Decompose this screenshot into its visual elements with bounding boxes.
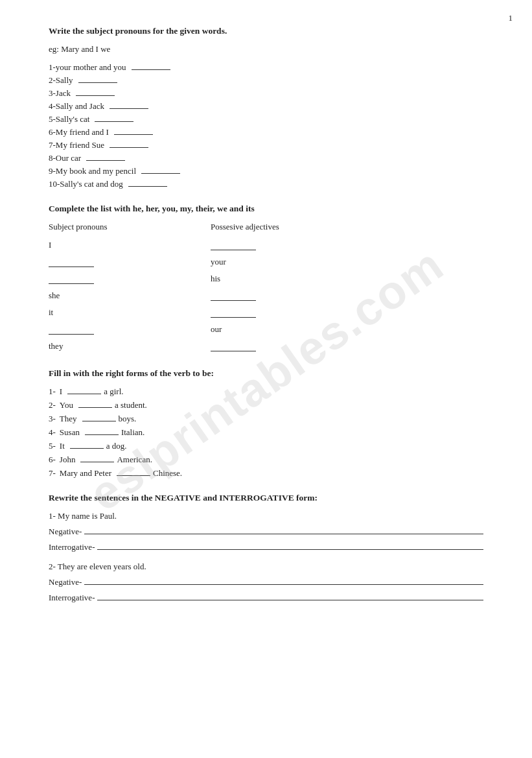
list-item: 4-Sally and Jack — [49, 101, 483, 112]
possessive-row: your — [211, 253, 340, 267]
section-1-example: eg: Mary and I we — [49, 44, 483, 54]
subject-blank[interactable] — [49, 272, 94, 284]
subject-text: she — [49, 290, 60, 301]
section-4-title: Rewrite the sentences in the NEGATIVE an… — [49, 493, 483, 503]
verb-items: 1-Ia girl.2-Youa student.3-Theyboys.4-Su… — [49, 386, 483, 479]
pronouns-table: Subject pronouns Isheitthey Possesive ad… — [49, 222, 483, 354]
answer-blank[interactable] — [110, 108, 148, 109]
verb-num: 7- — [49, 468, 56, 479]
possessive-blank[interactable] — [211, 340, 256, 351]
possessive-blank[interactable] — [211, 306, 256, 318]
negative-label: Negative- — [49, 527, 82, 537]
subject-text: they — [49, 341, 63, 351]
negative-blank[interactable] — [84, 574, 483, 585]
answer-blank[interactable] — [78, 82, 117, 83]
subject-text: I — [49, 240, 51, 250]
negative-line: Negative- — [49, 574, 483, 587]
possessive-row — [211, 287, 340, 301]
possessive-row — [211, 236, 340, 250]
section-1: Write the subject pronouns for the given… — [49, 26, 483, 189]
section-1-items: 1-your mother and you2-Sally3-Jack4-Sall… — [49, 62, 483, 189]
interrogative-label: Interrogative- — [49, 593, 95, 603]
interrogative-blank[interactable] — [97, 590, 483, 600]
verb-blank[interactable] — [70, 448, 104, 449]
verb-blank[interactable] — [85, 434, 119, 435]
list-item: 7-My friend Sue — [49, 140, 483, 150]
negative-blank[interactable] — [84, 524, 483, 534]
verb-blank[interactable] — [80, 462, 114, 462]
rewrite-sentence: 1- My name is Paul. — [49, 511, 483, 521]
pronoun-row — [49, 270, 178, 284]
possessive-text: your — [211, 257, 226, 267]
verb-item: 3-Theyboys. — [49, 414, 483, 424]
section-2: Complete the list with he, her, you, my,… — [49, 204, 483, 354]
possessive-row: our — [211, 320, 340, 335]
subject-blank[interactable] — [49, 255, 94, 267]
pronoun-row: they — [49, 337, 178, 351]
item-text: 5-Sally's cat — [49, 114, 89, 124]
possessive-header: Possesive adjectives — [211, 222, 340, 232]
interrogative-blank[interactable] — [97, 539, 483, 550]
item-text: 4-Sally and Jack — [49, 101, 104, 112]
subject-column: Subject pronouns Isheitthey — [49, 222, 178, 354]
section-1-title: Write the subject pronouns for the given… — [49, 26, 483, 36]
answer-blank[interactable] — [132, 69, 170, 70]
item-text: 6-My friend and I — [49, 127, 109, 137]
pronoun-row — [49, 320, 178, 335]
verb-blank[interactable] — [82, 421, 116, 421]
item-text: 9-My book and my pencil — [49, 166, 136, 176]
answer-blank[interactable] — [110, 147, 148, 148]
section-3: Fill in with the right forms of the verb… — [49, 368, 483, 479]
possessive-items: yourhisour — [211, 236, 340, 351]
list-item: 9-My book and my pencil — [49, 166, 483, 176]
section-3-title: Fill in with the right forms of the verb… — [49, 368, 483, 379]
verb-blank[interactable] — [117, 475, 150, 476]
verb-pre: It — [60, 441, 65, 451]
pronoun-row: I — [49, 236, 178, 250]
answer-blank[interactable] — [114, 134, 153, 135]
list-item: 1-your mother and you — [49, 62, 483, 73]
verb-item: 2-Youa student. — [49, 400, 483, 410]
item-text: 10-Sally's cat and dog — [49, 179, 123, 189]
interrogative-label: Interrogative- — [49, 542, 95, 552]
verb-blank[interactable] — [67, 394, 101, 394]
page: 1 eslprintables.com Write the subject pr… — [0, 0, 532, 758]
negative-line: Negative- — [49, 524, 483, 537]
verb-post: a student. — [115, 400, 147, 410]
verb-num: 5- — [49, 441, 56, 451]
rewrite-items: 1- My name is Paul. Negative- Interrogat… — [49, 511, 483, 603]
subject-items: Isheitthey — [49, 236, 178, 351]
page-number: 1 — [509, 13, 513, 23]
item-text: 7-My friend Sue — [49, 140, 104, 150]
answer-blank[interactable] — [128, 186, 167, 187]
subject-blank[interactable] — [49, 323, 94, 335]
possessive-blank[interactable] — [211, 239, 256, 250]
verb-num: 3- — [49, 414, 56, 424]
possessive-row: his — [211, 270, 340, 284]
answer-blank[interactable] — [95, 121, 133, 122]
possessive-column: Possesive adjectives yourhisour — [211, 222, 340, 354]
verb-post: Italian. — [121, 427, 145, 438]
item-text: 8-Our car — [49, 153, 81, 163]
possessive-blank[interactable] — [211, 289, 256, 301]
verb-blank[interactable] — [78, 407, 112, 408]
subject-text: it — [49, 307, 53, 318]
answer-blank[interactable] — [86, 160, 125, 161]
pronoun-row: it — [49, 303, 178, 318]
answer-blank[interactable] — [76, 95, 115, 96]
verb-item: 4-SusanItalian. — [49, 427, 483, 438]
answer-blank[interactable] — [141, 173, 180, 174]
section-2-title: Complete the list with he, her, you, my,… — [49, 204, 483, 214]
pronoun-row: she — [49, 287, 178, 301]
verb-item: 5-Ita dog. — [49, 441, 483, 451]
verb-pre: They — [60, 414, 77, 424]
verb-post: Chinese. — [153, 468, 182, 479]
verb-num: 1- — [49, 386, 56, 397]
verb-num: 4- — [49, 427, 56, 438]
verb-post: boys. — [119, 414, 137, 424]
verb-pre: Mary and Peter — [60, 468, 111, 479]
section-4: Rewrite the sentences in the NEGATIVE an… — [49, 493, 483, 603]
verb-post: a dog. — [106, 441, 127, 451]
verb-pre: I — [60, 386, 62, 397]
verb-num: 2- — [49, 400, 56, 410]
